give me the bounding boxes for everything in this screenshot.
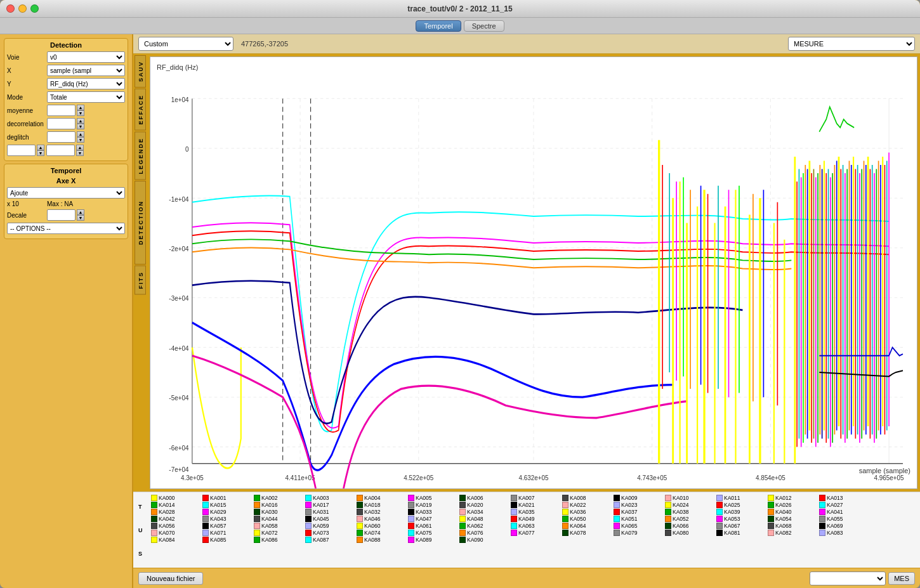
legend-color-box: [408, 537, 414, 543]
decorrelation-spinner: 0 ▲ ▼: [47, 118, 84, 129]
decale-up[interactable]: ▲: [77, 209, 84, 215]
mode-select[interactable]: Totale: [47, 91, 125, 103]
legend-item-label: KA058: [261, 523, 278, 529]
legend-item-label: KA057: [210, 523, 227, 529]
list-item: KA000: [151, 495, 202, 501]
list-item: KA060: [357, 523, 407, 529]
deglitch-down[interactable]: ▼: [77, 137, 84, 143]
svg-text:4.522e+05: 4.522e+05: [404, 473, 433, 481]
legend-item-label: KA069: [827, 523, 843, 529]
legend-u-label: U: [138, 527, 150, 533]
legend-color-box: [716, 509, 723, 515]
legend-item-label: KA060: [364, 523, 381, 529]
svg-text:4.965e+05: 4.965e+05: [874, 473, 904, 481]
legend-item-label: KA005: [416, 495, 432, 501]
range-min-down[interactable]: ▼: [37, 150, 44, 156]
x-select[interactable]: sample (sampl: [47, 65, 125, 76]
ajoute-select[interactable]: Ajoute: [7, 187, 125, 199]
legend-color-box: [202, 502, 209, 508]
moyenne-up[interactable]: ▲: [77, 105, 84, 110]
legend-item-label: KA025: [724, 502, 740, 508]
decorrelation-up[interactable]: ▲: [77, 118, 84, 124]
legend-item-label: KA053: [724, 516, 740, 522]
decale-input[interactable]: 0,0: [47, 209, 76, 221]
legend-color-box: [202, 495, 209, 501]
range-min-input[interactable]: -1,0€: [7, 145, 36, 156]
list-item: KA075: [408, 530, 459, 536]
decorrelation-input[interactable]: 0: [47, 118, 76, 129]
mesure-select[interactable]: MESURE: [788, 37, 915, 51]
chart-container[interactable]: RF_didq (Hz) sample (sample): [150, 56, 917, 489]
list-item: KA079: [614, 530, 664, 536]
list-item: KA038: [665, 509, 716, 515]
legend-color-box: [562, 509, 568, 515]
range-max-input[interactable]: 20 Hz: [46, 145, 75, 156]
legend-item-label: KA079: [621, 530, 638, 536]
legend-item-label: KA046: [364, 516, 381, 522]
legend-color-box: [511, 523, 517, 529]
legend-color-box: [151, 523, 157, 529]
tab-temporel[interactable]: Temporel: [416, 20, 461, 32]
options-select[interactable]: -- OPTIONS --: [7, 223, 125, 234]
legend-item-label: KA014: [159, 502, 175, 508]
moyenne-row: moyenne 1 ▲ ▼: [7, 105, 125, 116]
legend-item-label: KA088: [364, 537, 381, 543]
moyenne-input[interactable]: 1: [47, 105, 76, 116]
mes-button[interactable]: MES: [888, 572, 915, 585]
nouveau-fichier-button[interactable]: Nouveau fichier: [138, 572, 203, 585]
deglitch-spinner: 0 ▲ ▼: [47, 131, 84, 143]
list-item: KA053: [716, 516, 767, 522]
minimize-button[interactable]: [18, 4, 27, 13]
decorrelation-arrows: ▲ ▼: [77, 118, 84, 129]
legend-color-box: [254, 530, 260, 536]
legend-color-box: [357, 537, 363, 543]
legend-item-label: KA071: [210, 530, 227, 536]
voie-select[interactable]: v0: [47, 51, 125, 63]
svg-text:-1e+04: -1e+04: [169, 195, 188, 203]
legend-item-label: KA029: [210, 509, 227, 515]
legend-item-label: KA072: [261, 530, 278, 536]
legende-tab[interactable]: LEGENDE: [135, 132, 146, 180]
chart-mode-select[interactable]: Custom: [138, 37, 233, 51]
list-item: KA027: [819, 502, 870, 508]
decale-down[interactable]: ▼: [77, 215, 84, 221]
range-min-group: -1,0€ ▲ ▼: [7, 145, 44, 156]
legend-color-box: [357, 495, 363, 501]
legend-color-box: [305, 523, 312, 529]
legend-color-box: [665, 530, 671, 536]
list-item: KA021: [511, 502, 562, 508]
moyenne-down[interactable]: ▼: [77, 110, 84, 116]
range-max-up[interactable]: ▲: [76, 145, 84, 150]
sauv-tab[interactable]: SAUV: [135, 55, 146, 88]
list-item: KA074: [357, 530, 407, 536]
legend-color-box: [562, 502, 568, 508]
legend-item-label: KA033: [416, 509, 432, 515]
list-item: KA068: [768, 523, 818, 529]
sidebar: Detection Voie v0 X sample (sampl Y: [0, 34, 133, 588]
range-min-up[interactable]: ▲: [37, 145, 44, 150]
legend-item-label: KA066: [673, 523, 689, 529]
legend-color-box: [716, 495, 723, 501]
detection-tab[interactable]: DETECTION: [135, 181, 146, 265]
maximize-button[interactable]: [30, 4, 39, 13]
tab-spectre[interactable]: Spectre: [464, 20, 504, 32]
bottom-select[interactable]: [810, 572, 886, 585]
legend-color-box: [357, 516, 363, 522]
fits-tab[interactable]: FITS: [135, 266, 146, 295]
range-max-arrows: ▲ ▼: [76, 145, 84, 156]
efface-tab[interactable]: EFFACE: [135, 89, 146, 131]
deglitch-input[interactable]: 0: [47, 131, 76, 143]
legend-item-label: KA034: [467, 509, 483, 515]
list-item: KA066: [665, 523, 716, 529]
legend-item-label: KA023: [621, 502, 638, 508]
y-select[interactable]: RF_didq (Hz): [47, 78, 125, 89]
deglitch-up[interactable]: ▲: [77, 131, 84, 137]
list-item: KA062: [459, 523, 510, 529]
range-max-down[interactable]: ▼: [76, 150, 84, 156]
legend-color-box: [665, 516, 671, 522]
list-item: KA003: [305, 495, 356, 501]
decorrelation-down[interactable]: ▼: [77, 124, 84, 129]
legend-color-box: [768, 502, 774, 508]
list-item: KA071: [202, 530, 253, 536]
close-button[interactable]: [6, 4, 15, 13]
